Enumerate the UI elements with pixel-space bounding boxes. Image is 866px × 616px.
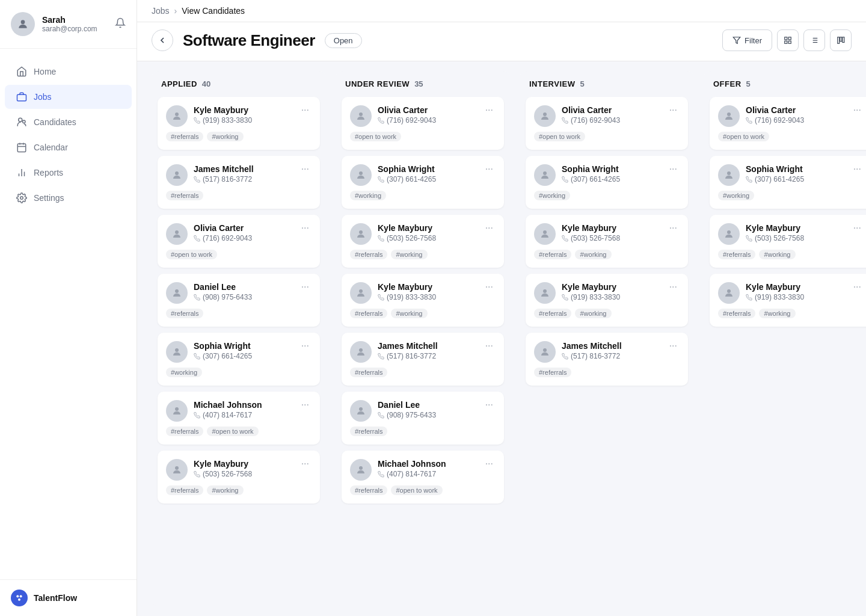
sidebar-item-home[interactable]: Home [5,60,132,84]
card-more-button[interactable]: ··· [851,223,864,233]
card-header: Olivia Carter (716) 692-9043 ··· [350,105,496,127]
candidate-name: Olivia Carter [194,223,293,233]
sidebar-item-jobs[interactable]: Jobs [5,85,132,109]
svg-point-38 [359,230,363,234]
candidate-avatar [166,282,188,304]
candidate-card[interactable]: Kyle Maybury (919) 833-3830 ··· #referra… [158,97,320,150]
candidate-card[interactable]: Olivia Carter (716) 692-9043 ··· #open t… [526,97,688,150]
sidebar-item-reports[interactable]: Reports [5,161,132,185]
candidate-card[interactable]: Sophia Wright (307) 661-4265 ··· #workin… [342,156,504,209]
candidate-card[interactable]: Michael Johnson (407) 814-7617 ··· #refe… [158,392,320,445]
card-more-button[interactable]: ··· [483,282,496,292]
card-info: Kyle Maybury (503) 526-7568 [562,223,661,242]
notification-bell-icon[interactable] [115,17,126,31]
candidate-card[interactable]: Sophia Wright (307) 661-4265 ··· #workin… [526,156,688,209]
card-tags: #working [718,191,864,200]
card-more-button[interactable]: ··· [483,459,496,469]
candidate-tag: #referrals [166,427,203,436]
svg-point-36 [359,112,363,116]
candidate-avatar [718,282,740,304]
candidate-card[interactable]: Kyle Maybury (503) 526-7568 ··· #referra… [342,215,504,268]
candidate-tag: #referrals [718,309,755,318]
candidate-card[interactable]: Olivia Carter (716) 692-9043 ··· #open t… [158,215,320,268]
candidate-card[interactable]: James Mitchell (517) 816-3772 ··· #refer… [526,333,688,386]
cards-list-under_review: Olivia Carter (716) 692-9043 ··· #open t… [336,94,510,606]
card-more-button[interactable]: ··· [667,105,680,115]
candidate-name: Sophia Wright [562,164,661,174]
card-more-button[interactable]: ··· [299,341,312,351]
candidate-name: Kyle Maybury [746,223,845,233]
candidate-card[interactable]: Olivia Carter (716) 692-9043 ··· #open t… [342,97,504,150]
candidate-tag: #working [207,485,243,495]
candidate-card[interactable]: Kyle Maybury (503) 526-7568 ··· #referra… [158,451,320,504]
candidate-card[interactable]: Kyle Maybury (503) 526-7568 ··· #referra… [526,215,688,268]
sidebar-item-candidates[interactable]: Candidates [5,110,132,134]
candidate-tag: #referrals [350,309,387,318]
candidate-card[interactable]: Michael Johnson (407) 814-7617 ··· #refe… [342,451,504,504]
view-kanban-button[interactable] [830,29,852,51]
candidate-card[interactable]: Kyle Maybury (919) 833-3830 ··· #referra… [342,274,504,327]
card-tags: #working [350,191,496,200]
column-header-offer: OFFER 5 [704,71,866,94]
candidate-name: Kyle Maybury [562,223,661,233]
candidate-phone: (919) 833-3830 [194,116,293,125]
card-more-button[interactable]: ··· [851,282,864,292]
candidate-card[interactable]: Daniel Lee (908) 975-6433 ··· #referrals [158,274,320,327]
card-header: Kyle Maybury (919) 833-3830 ··· [534,282,680,304]
candidate-card[interactable]: Kyle Maybury (503) 526-7568 ··· #referra… [710,215,866,268]
candidate-card[interactable]: Daniel Lee (908) 975-6433 ··· #referrals [342,392,504,445]
card-more-button[interactable]: ··· [667,282,680,292]
card-more-button[interactable]: ··· [483,400,496,410]
candidate-tag: #open to work [534,132,585,141]
list-icon [810,36,818,45]
card-more-button[interactable]: ··· [299,400,312,410]
card-tags: #referrals#working [718,250,864,259]
card-more-button[interactable]: ··· [483,105,496,115]
card-more-button[interactable]: ··· [483,164,496,174]
candidate-name: Olivia Carter [378,105,477,115]
user-profile-section[interactable]: Sarah sarah@corp.com [0,0,137,49]
candidate-card[interactable]: Olivia Carter (716) 692-9043 ··· #open t… [710,97,866,150]
candidate-card[interactable]: Sophia Wright (307) 661-4265 ··· #workin… [158,333,320,386]
candidate-tag: #working [391,309,427,318]
card-more-button[interactable]: ··· [667,341,680,351]
sidebar-item-settings[interactable]: Settings [5,186,132,210]
back-button[interactable] [152,29,173,51]
svg-rect-19 [788,41,791,43]
candidate-card[interactable]: James Mitchell (517) 816-3772 ··· #refer… [158,156,320,209]
candidate-phone: (716) 692-9043 [562,116,661,125]
candidate-card[interactable]: Kyle Maybury (919) 833-3830 ··· #referra… [526,274,688,327]
card-more-button[interactable]: ··· [667,164,680,174]
card-more-button[interactable]: ··· [299,105,312,115]
breadcrumb-jobs[interactable]: Jobs [152,6,170,16]
candidate-phone: (919) 833-3830 [378,293,477,301]
view-grid-button[interactable] [777,29,799,51]
candidate-avatar [350,282,372,304]
card-more-button[interactable]: ··· [299,282,312,292]
card-more-button[interactable]: ··· [851,105,864,115]
card-more-button[interactable]: ··· [299,164,312,174]
candidate-card[interactable]: Kyle Maybury (919) 833-3830 ··· #referra… [710,274,866,327]
filter-button[interactable]: Filter [722,29,772,51]
svg-point-44 [543,171,547,175]
card-more-button[interactable]: ··· [483,223,496,233]
grid-icon [784,36,792,45]
candidate-name: Olivia Carter [746,105,845,115]
card-more-button[interactable]: ··· [851,164,864,174]
card-more-button[interactable]: ··· [299,459,312,469]
card-tags: #referrals#open to work [166,427,312,436]
candidate-card[interactable]: Sophia Wright (307) 661-4265 ··· #workin… [710,156,866,209]
svg-rect-26 [838,37,840,44]
candidate-phone: (503) 526-7568 [746,234,845,242]
sidebar-item-calendar[interactable]: Calendar [5,135,132,159]
candidate-card[interactable]: James Mitchell (517) 816-3772 ··· #refer… [342,333,504,386]
card-more-button[interactable]: ··· [299,223,312,233]
svg-point-47 [543,348,547,352]
candidate-avatar [166,341,188,363]
svg-point-42 [359,466,363,470]
card-more-button[interactable]: ··· [483,341,496,351]
candidate-avatar [166,164,188,186]
view-list-button[interactable] [803,29,825,51]
card-more-button[interactable]: ··· [667,223,680,233]
card-info: Kyle Maybury (919) 833-3830 [194,105,293,125]
